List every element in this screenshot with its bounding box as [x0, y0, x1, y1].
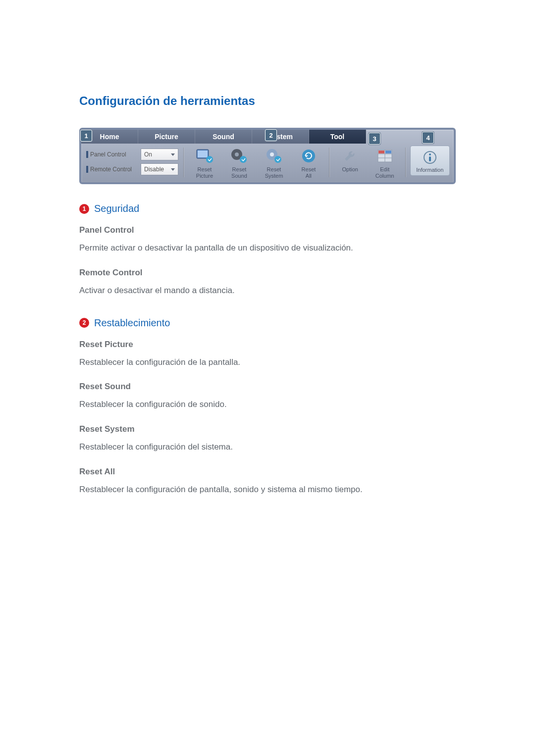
panel-control-select[interactable]: On	[141, 149, 178, 160]
toolbar-wrapper: 1 2 3 4 Home Picture Sound System Tool P…	[79, 128, 456, 184]
reset-all-l2: All	[306, 173, 312, 179]
security-group: Panel Control On Remote Control	[84, 146, 180, 178]
tab-sound[interactable]: Sound	[195, 130, 252, 144]
reset-picture-l2: Picture	[196, 173, 213, 179]
information-button[interactable]: Information	[410, 146, 450, 176]
text-reset-system: Restablecer la configuración del sistema…	[79, 441, 456, 453]
sub-remote-control: Remote Control	[79, 268, 456, 278]
option-button[interactable]: Option	[333, 146, 368, 179]
section-number-1: 1	[79, 204, 89, 214]
group-divider	[405, 148, 406, 177]
svg-point-9	[302, 150, 315, 162]
reset-system-l2: System	[265, 173, 283, 179]
section-header-seguridad: 1 Seguridad	[79, 203, 456, 214]
callout-marker-3: 3	[369, 133, 380, 145]
text-remote-control: Activar o desactivar el mando a distanci…	[79, 285, 456, 297]
svg-point-17	[429, 153, 431, 155]
reset-sound-l2: Sound	[231, 173, 247, 179]
callout-marker-1: 1	[80, 130, 92, 142]
svg-point-8	[274, 156, 281, 163]
reset-group: Reset Picture Reset Sound	[187, 146, 326, 179]
reset-system-l1: Reset	[267, 166, 281, 173]
callout-marker-2: 2	[265, 129, 277, 141]
sub-panel-control: Panel Control	[79, 225, 456, 235]
indicator-bar-icon	[86, 151, 88, 158]
edit-column-l1: Edit	[380, 166, 389, 173]
reset-all-button[interactable]: Reset All	[291, 146, 326, 179]
section-header-restablecimiento: 2 Restablecimiento	[79, 317, 456, 329]
reset-system-button[interactable]: Reset System	[257, 146, 291, 179]
chevron-down-icon	[171, 168, 175, 171]
gear-reset-icon	[265, 148, 283, 164]
panel-control-value: On	[144, 151, 152, 158]
svg-point-4	[235, 152, 239, 156]
remote-control-label: Remote Control	[86, 166, 141, 173]
text-panel-control: Permite activar o desactivar la pantalla…	[79, 242, 456, 254]
text-reset-all: Restablecer la configuración de pantalla…	[79, 484, 456, 496]
wrench-icon	[341, 148, 360, 164]
section-title-seguridad: Seguridad	[94, 203, 139, 214]
section-title-restablecimiento: Restablecimiento	[94, 317, 170, 329]
text-reset-picture: Restablecer la configuración de la panta…	[79, 356, 456, 368]
sub-reset-picture: Reset Picture	[79, 340, 456, 350]
columns-icon	[375, 148, 394, 164]
svg-rect-15	[385, 151, 391, 153]
monitor-reset-icon	[195, 148, 214, 164]
option-l1: Option	[342, 166, 358, 173]
refresh-icon	[299, 148, 318, 164]
reset-sound-button[interactable]: Reset Sound	[222, 146, 257, 179]
tab-system[interactable]: System	[252, 130, 309, 144]
group-divider	[329, 148, 330, 177]
reset-sound-l1: Reset	[232, 166, 247, 173]
edit-column-button[interactable]: Edit Column	[368, 146, 402, 179]
information-label: Information	[416, 167, 443, 173]
tab-tool[interactable]: Tool	[309, 130, 366, 144]
section-number-2: 2	[79, 318, 89, 328]
sub-reset-all: Reset All	[79, 467, 456, 477]
callout-marker-4: 4	[422, 132, 434, 144]
tab-picture[interactable]: Picture	[138, 130, 195, 144]
util-group: Option Edit Column	[333, 146, 402, 179]
svg-point-2	[206, 156, 213, 163]
reset-all-l1: Reset	[302, 166, 316, 173]
speaker-reset-icon	[230, 148, 249, 164]
remote-control-label-text: Remote Control	[90, 166, 132, 173]
text-reset-sound: Restablecer la configuración de sonido.	[79, 399, 456, 410]
page-title: Configuración de herramientas	[79, 94, 456, 108]
reset-picture-button[interactable]: Reset Picture	[187, 146, 222, 179]
info-icon	[421, 149, 439, 166]
sub-reset-system: Reset System	[79, 424, 456, 434]
edit-column-l2: Column	[375, 173, 394, 179]
reset-picture-l1: Reset	[198, 166, 212, 173]
panel-control-label-text: Panel Control	[90, 151, 126, 158]
chevron-down-icon	[171, 153, 175, 156]
svg-point-5	[240, 156, 247, 163]
panel-control-label: Panel Control	[86, 151, 141, 158]
remote-control-value: Disable	[144, 166, 164, 173]
sub-reset-sound: Reset Sound	[79, 382, 456, 392]
svg-point-7	[270, 152, 274, 156]
indicator-bar-icon	[86, 166, 88, 173]
svg-rect-14	[378, 151, 384, 153]
group-divider	[183, 148, 184, 177]
svg-rect-1	[198, 151, 208, 157]
svg-rect-18	[429, 156, 431, 161]
remote-control-select[interactable]: Disable	[141, 163, 178, 175]
